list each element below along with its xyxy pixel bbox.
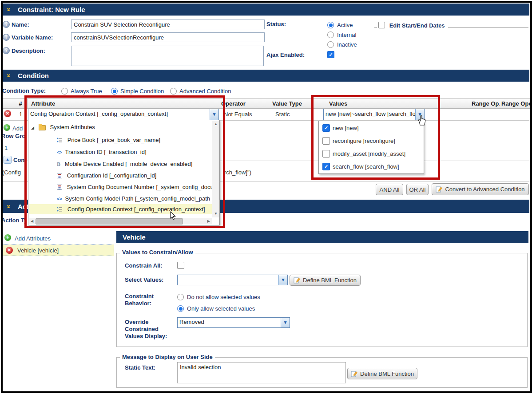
override-display-select[interactable]: Removed ▾ [177,317,290,328]
convert-to-advanced-button[interactable]: Convert to Advanced Condition [432,183,529,195]
folder-icon [39,125,46,130]
operator-cell: Not Equals [224,111,252,118]
grid-header-values: Values [323,98,433,109]
status-radio-internal[interactable] [327,32,334,38]
condition-type-label: Condition Type: [2,87,46,94]
chevron-down-icon[interactable]: ▾ [278,275,287,285]
vertical-scrollbar[interactable]: ▲ ▼ [212,121,219,217]
help-icon[interactable]: ? [3,47,10,54]
plus-icon[interactable]: + [4,124,10,131]
horizontal-scrollbar[interactable]: ◀ ▶ [29,218,212,225]
ajax-enabled-checkbox[interactable]: ✓ [327,51,334,58]
values-menu-item[interactable]: reconfigure [reconfigure] [319,134,424,147]
tree-root-label: System Attributes [50,124,95,130]
behavior-radio-do-not-allow[interactable] [177,294,184,300]
tree-item[interactable]: <> System Config Model Path [_system_con… [57,195,212,202]
list-icon [57,206,63,212]
select-values-select[interactable]: ▾ [177,275,288,285]
scroll-left-icon[interactable]: ◀ [31,220,33,223]
grid-icon [57,185,62,190]
grid-icon [57,173,62,178]
add-attributes-link[interactable]: Add Attributes [15,235,51,242]
grid-header-blank [427,98,473,109]
tree-item[interactable]: Price Book [_price_book_var_name] [57,137,160,143]
chevron-down-icon[interactable]: ▾ [281,318,290,327]
values-menu-item[interactable]: modify_asset [modify_asset] [319,147,424,160]
grid-header-attribute: Attribute [28,98,221,109]
tree-item[interactable]: System Config Document Number [_system_c… [57,184,212,190]
boolean-icon: B [57,161,60,167]
tree-item[interactable]: B Mobile Device Enabled [_mobile_device_… [57,161,192,168]
condition-section-bar: « Condition [3,70,529,82]
attribute-tree-dropdown: ◢ System Attributes Price Book [_price_b… [28,120,220,225]
plus-icon[interactable]: + [4,234,11,241]
value-checkbox[interactable] [322,137,330,145]
delete-item-icon[interactable]: ✕ [6,247,13,254]
and-all-button[interactable]: AND All [376,184,403,195]
help-icon[interactable]: ? [3,21,10,28]
collapse-chevrons-icon[interactable]: « [4,205,12,208]
select-values-value [178,275,278,285]
condition-type-option-label: Always True [71,88,102,95]
value-checkbox[interactable] [322,150,330,158]
collapse-chevrons-icon[interactable]: « [4,75,12,77]
add-row-link[interactable]: Add Row [12,125,26,132]
value-checkbox[interactable]: ✓ [322,124,330,132]
condition-type-radio-advanced[interactable] [170,88,177,95]
scroll-down-icon[interactable]: ▼ [214,212,218,216]
edit-dates-checkbox[interactable] [378,22,385,28]
condition-type-radio-simple[interactable] [111,88,118,95]
value-checkbox[interactable]: ✓ [322,163,330,170]
tree-expanded-icon[interactable]: ◢ [31,126,34,130]
constrain-all-checkbox[interactable] [177,262,184,269]
chevron-down-icon[interactable]: ▾ [415,109,424,120]
tree-item[interactable]: Configuration Id [_configuration_id] [57,172,156,179]
values-dropdown-menu: ✓ new [new] reconfigure [reconfigure] mo… [318,121,424,174]
collapse-chevrons-icon[interactable]: « [4,8,12,11]
action-type-label: Action Type: [1,217,25,224]
status-option-label: Internal [337,32,356,38]
values-menu-item[interactable]: ✓ search_flow [search_flow] [319,160,424,173]
values-select[interactable]: new [new]~search_flow [search_flo ▾ [323,109,425,120]
row-number: 1 [19,111,22,118]
grid-header-num: # [14,98,28,109]
scroll-right-icon[interactable]: ▶ [207,220,210,223]
help-icon[interactable]: ? [3,34,10,41]
condition-section-title: Condition [18,72,49,79]
define-bml-function-button[interactable]: Define BML Function [290,275,361,286]
tree-item[interactable]: <> Transaction ID [_transaction_id] [57,149,147,155]
or-all-button[interactable]: OR All [406,184,429,195]
attribute-select[interactable]: Config Operation Context [_config_operat… [28,109,219,120]
tree-item-selected[interactable]: Config Operation Context [_config_operat… [57,206,205,213]
constraint-behavior-label: Constraint Behavior: [125,293,175,307]
code-icon: <> [57,150,62,155]
row-grouping-label: Row Grouping [1,133,26,139]
scrollbar-thumb[interactable] [36,218,183,225]
condition-type-radio-always-true[interactable] [61,88,68,95]
variable-name-input[interactable] [71,32,265,42]
edit-page-icon [436,186,443,193]
grid-header-value-type: Value Type [269,98,326,109]
description-textarea[interactable] [71,46,264,66]
behavior-radio-only-allow[interactable] [177,305,184,312]
status-radio-active[interactable] [327,22,334,28]
ajax-enabled-label: Ajax Enabled: [266,51,305,58]
condition-expression-right: rch_flow]") [224,169,251,176]
delete-row-icon[interactable]: ✕ [4,110,11,117]
status-radio-inactive[interactable] [327,41,334,48]
condition-type-option-label: Simple Condition [120,88,164,95]
scroll-up-icon[interactable]: ▲ [214,122,218,126]
chevron-down-icon[interactable]: ▾ [210,109,218,120]
collapse-toggle-icon[interactable]: ▲ [4,156,12,164]
values-to-constrain-legend: Values to Constrain/Allow [120,249,195,256]
action-item-row[interactable]: ✕ Vehicle [vehicle] [3,244,114,256]
define-bml-function-button[interactable]: Define BML Function [347,368,417,379]
tree-root-row[interactable]: ◢ System Attributes [31,124,95,130]
constraint-rule-page: « Constraint: New Rule ? Name: ? Variabl… [0,0,532,394]
name-input[interactable] [71,20,265,29]
name-label: Name: [12,21,29,28]
values-menu-item[interactable]: ✓ new [new] [319,121,424,134]
behavior-option-label: Do not allow selected values [187,294,260,300]
constraint-header-bar: « Constraint: New Rule [3,4,529,16]
static-text-textarea[interactable]: Invalid selection [177,362,346,383]
